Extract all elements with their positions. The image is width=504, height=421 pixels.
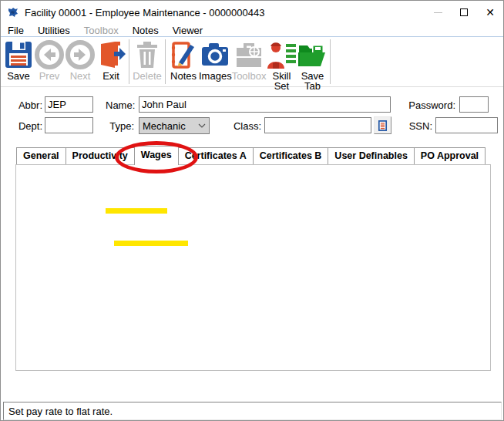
toolbar: Save Prev Next Exit xyxy=(1,38,503,87)
menu-file[interactable]: File xyxy=(1,24,31,37)
dept-label: Dept: xyxy=(15,120,42,132)
tab-certificates-a[interactable]: Certificates A xyxy=(178,147,254,164)
skill-set-icon xyxy=(266,39,297,70)
tab-user-definables[interactable]: User Definables xyxy=(328,147,414,164)
toolbox-icon xyxy=(234,39,264,70)
class-lookup-icon xyxy=(377,120,388,132)
app-icon xyxy=(7,6,19,19)
save-tab-button[interactable]: Save Tab xyxy=(297,38,328,91)
tab-certificates-b[interactable]: Certificates B xyxy=(253,147,329,164)
minimize-icon xyxy=(434,12,442,13)
title-bar: Facility 00001 - Employee Maintenance - … xyxy=(1,1,503,24)
minimize-button[interactable] xyxy=(425,1,451,24)
chevron-down-icon xyxy=(198,123,206,128)
save-icon xyxy=(3,39,34,70)
next-icon xyxy=(65,39,96,70)
name-input[interactable] xyxy=(139,96,391,113)
status-text: Set pay rate to flat rate. xyxy=(8,406,113,417)
menu-bar: File Utilities Toolbox Notes Viewer xyxy=(1,24,503,37)
toolbar-separator xyxy=(165,39,166,84)
toolbar-separator xyxy=(129,39,129,84)
status-bar: Set pay rate to flat rate. xyxy=(3,402,502,420)
window-title: Facility 00001 - Employee Maintenance - … xyxy=(25,7,264,19)
maximize-icon xyxy=(460,8,468,16)
toolbar-separator xyxy=(330,39,331,84)
images-icon xyxy=(200,39,230,70)
menu-notes[interactable]: Notes xyxy=(126,24,166,37)
abbr-label: Abbr: xyxy=(15,99,42,111)
type-selected-value: Mechanic xyxy=(143,120,198,132)
type-dropdown[interactable]: Mechanic xyxy=(139,117,210,134)
tab-productivity[interactable]: Productivity xyxy=(66,147,135,164)
notes-icon xyxy=(168,39,199,70)
ssn-input[interactable] xyxy=(435,117,498,133)
save-tab-icon xyxy=(297,39,328,70)
class-input[interactable] xyxy=(264,117,371,133)
app-window: Facility 00001 - Employee Maintenance - … xyxy=(0,0,504,421)
notes-button[interactable]: Notes xyxy=(168,38,199,81)
tab-wages[interactable]: Wages xyxy=(134,146,179,165)
class-label: Class: xyxy=(231,120,261,132)
class-lookup-button[interactable] xyxy=(374,116,391,134)
next-button[interactable]: Next xyxy=(65,38,96,81)
ssn-label: SSN: xyxy=(402,120,432,132)
dept-input[interactable] xyxy=(45,117,93,133)
abbr-input[interactable] xyxy=(45,96,93,113)
type-label: Type: xyxy=(106,120,134,132)
tab-general[interactable]: General xyxy=(16,147,66,164)
password-input[interactable] xyxy=(459,96,489,113)
exit-icon xyxy=(96,39,126,70)
menu-viewer[interactable]: Viewer xyxy=(166,24,210,37)
prev-icon xyxy=(34,39,65,70)
tab-po-approval[interactable]: PO Approval xyxy=(414,147,486,164)
close-button[interactable]: ✕ xyxy=(477,1,503,24)
prev-button[interactable]: Prev xyxy=(34,38,65,81)
delete-button[interactable]: Delete xyxy=(132,38,163,81)
password-label: Password: xyxy=(408,99,455,111)
delete-icon xyxy=(132,39,163,70)
toolbox-button[interactable]: Toolbox xyxy=(232,38,267,81)
name-label: Name: xyxy=(106,99,134,111)
wages-tab-panel xyxy=(15,164,491,371)
save-button[interactable]: Save xyxy=(3,38,34,81)
menu-utilities[interactable]: Utilities xyxy=(31,24,77,37)
skill-set-button[interactable]: Skill Set xyxy=(266,38,297,91)
images-button[interactable]: Images xyxy=(199,38,232,81)
tab-strip: General Productivity Wages Certificates … xyxy=(16,147,486,165)
close-icon: ✕ xyxy=(486,7,495,18)
exit-button[interactable]: Exit xyxy=(96,38,126,81)
menu-toolbox[interactable]: Toolbox xyxy=(77,24,126,37)
maximize-button[interactable] xyxy=(451,1,477,24)
